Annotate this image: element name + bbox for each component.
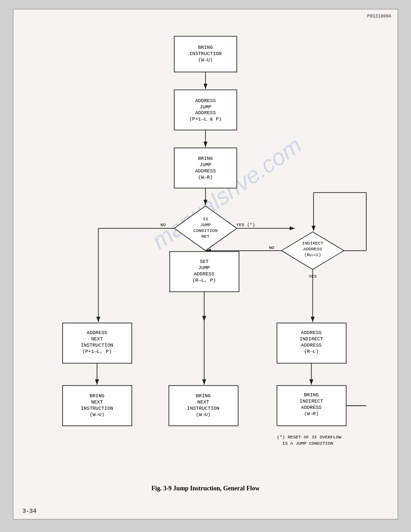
part-number: P0131808A (367, 14, 391, 19)
svg-text:INDIRECT: INDIRECT (300, 336, 323, 342)
svg-text:INSTRUCTION: INSTRUCTION (187, 406, 219, 411)
svg-text:(R→L, P): (R→L, P) (193, 278, 216, 283)
svg-text:ADDRESS: ADDRESS (195, 98, 216, 103)
svg-text:MET: MET (201, 234, 210, 239)
svg-text:JUMP: JUMP (200, 162, 211, 167)
diagram-area: BRING INSTRUCTION (W→U) ADDRESS JUMP ADD… (27, 23, 384, 481)
svg-text:NEXT: NEXT (91, 336, 103, 342)
svg-text:BRING: BRING (196, 393, 211, 399)
svg-text:ADDRESS: ADDRESS (301, 343, 321, 348)
svg-text:ADDRESS: ADDRESS (194, 271, 214, 277)
svg-text:JUMP: JUMP (200, 223, 211, 227)
figure-caption: Fig. 3-9 Jump Instruction, General Flow (27, 485, 384, 492)
svg-text:BRING: BRING (198, 156, 213, 161)
svg-text:ADDRESS: ADDRESS (195, 168, 216, 174)
svg-text:INDIRECT: INDIRECT (302, 241, 323, 246)
svg-text:(P+1→L, P): (P+1→L, P) (82, 349, 112, 354)
svg-text:(*) RESET OF IF OVERFLOW: (*) RESET OF IF OVERFLOW (277, 435, 342, 440)
svg-text:(P+1→L & P): (P+1→L & P) (189, 116, 222, 122)
svg-text:(W→U): (W→U) (90, 412, 104, 417)
svg-text:ADDRESS: ADDRESS (303, 247, 322, 252)
svg-text:INSTRUCTION: INSTRUCTION (81, 343, 113, 348)
svg-text:NEXT: NEXT (91, 399, 103, 405)
box1-text: BRING (198, 45, 213, 50)
svg-text:SET: SET (200, 259, 209, 264)
svg-text:JUMP: JUMP (200, 104, 211, 110)
svg-text:NO: NO (160, 223, 166, 227)
svg-text:IS: IS (203, 217, 208, 222)
svg-text:ADDRESS: ADDRESS (301, 330, 321, 335)
svg-text:NO: NO (269, 245, 274, 250)
svg-text:BRING: BRING (304, 392, 319, 398)
svg-text:IS A JUMP CONDITION: IS A JUMP CONDITION (283, 441, 334, 446)
svg-text:BRING: BRING (90, 393, 104, 399)
svg-text:(W→U): (W→U) (196, 412, 211, 417)
flowchart-svg: BRING INSTRUCTION (W→U) ADDRESS JUMP ADD… (27, 23, 384, 478)
svg-text:NEXT: NEXT (197, 399, 210, 405)
svg-text:CONDITION: CONDITION (193, 228, 218, 233)
svg-text:JUMP: JUMP (198, 265, 210, 270)
svg-text:YES (*): YES (*) (236, 223, 255, 227)
svg-text:(R→L): (R→L) (304, 349, 319, 354)
svg-text:(W→R): (W→R) (304, 411, 319, 416)
page: P0131808A manualsrive.com BRING INSTRUCT… (13, 9, 398, 519)
page-number: 3-34 (22, 508, 36, 515)
svg-text:(R₁₅=1): (R₁₅=1) (304, 253, 321, 257)
svg-text:ADDRESS: ADDRESS (301, 405, 321, 410)
svg-text:ADDRESS: ADDRESS (87, 330, 107, 335)
svg-text:INDIRECT: INDIRECT (300, 399, 323, 404)
svg-text:INSTRUCTION: INSTRUCTION (189, 51, 222, 56)
svg-text:INSTRUCTION: INSTRUCTION (81, 406, 113, 411)
svg-text:ADDRESS: ADDRESS (195, 110, 216, 116)
svg-text:(W→U): (W→U) (198, 57, 213, 63)
svg-text:(W→R): (W→R) (198, 175, 213, 180)
